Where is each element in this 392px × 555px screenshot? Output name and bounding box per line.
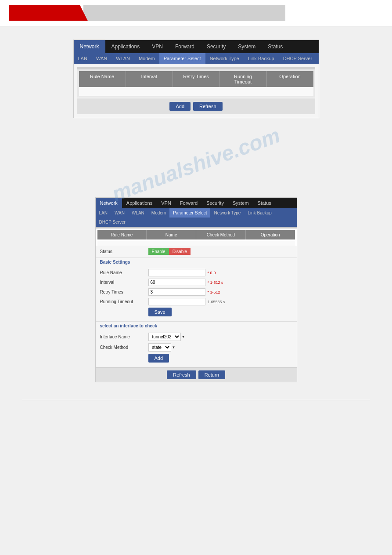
nav-vpn-2[interactable]: VPN — [157, 198, 176, 208]
logo-area — [9, 5, 285, 21]
nav-applications-1[interactable]: Applications — [105, 40, 146, 53]
nav-network-1[interactable]: Network — [74, 40, 105, 53]
sub-network-type-1[interactable]: Network Type — [205, 53, 244, 64]
nav-system-1[interactable]: System — [232, 40, 262, 53]
nav-forward-2[interactable]: Forward — [176, 198, 202, 208]
interface-dropdown-icon: ▼ — [182, 335, 185, 339]
panel-content-1: Rule Name Interval Retry Times Running T… — [74, 64, 319, 118]
nav-forward-1[interactable]: Forward — [169, 40, 201, 53]
interface-name-label: Interface Name — [100, 334, 148, 339]
rule-name-label: Rule Name — [100, 270, 148, 275]
logo-gray — [83, 5, 285, 21]
interface-name-row: Interface Name tunnel202 ▼ — [100, 333, 292, 341]
running-timeout-label: Running Timeout — [100, 299, 148, 304]
rule-name-row: Rule Name * 0-9 — [100, 269, 292, 276]
nav-system-2[interactable]: System — [228, 198, 253, 208]
running-timeout-hint: 1-65535 s — [208, 300, 225, 304]
status-row: Status Enable Disable — [96, 246, 297, 258]
sub-nav-1: LAN WAN WLAN Modem Parameter Select Netw… — [74, 53, 319, 64]
interval-input[interactable] — [148, 279, 205, 286]
watermark-text: manualshive.com — [109, 123, 283, 206]
nav-vpn-1[interactable]: VPN — [146, 40, 169, 53]
sub-wan-1[interactable]: WAN — [92, 53, 111, 64]
check-method-label: Check Method — [100, 345, 148, 350]
sub-wlan-2[interactable]: WLAN — [128, 208, 148, 218]
top-nav-1: Network Applications VPN Forward Securit… — [74, 40, 319, 53]
running-timeout-input[interactable] — [148, 298, 205, 305]
action-bar-1: Add Refresh — [77, 98, 315, 114]
th-rule-name-2: Rule Name — [97, 230, 147, 239]
router-panel-1: Network Applications VPN Forward Securit… — [73, 40, 319, 118]
logo-red — [9, 5, 88, 21]
check-method-row: Check Method state ▼ — [100, 343, 292, 352]
interval-row: Interval * 1-512 s — [100, 279, 292, 286]
retry-times-input[interactable] — [148, 288, 205, 296]
th-running-timeout-1: Running Timeout — [220, 71, 267, 87]
return-button-2[interactable]: Return — [198, 370, 225, 379]
watermark-area: manualshive.com — [22, 131, 370, 197]
sub-wan-2[interactable]: WAN — [111, 208, 128, 218]
retry-times-hint: * 1-512 — [208, 290, 220, 294]
table-header-2: Rule Name Name Check Method Operation — [97, 230, 295, 239]
nav-status-1[interactable]: Status — [262, 40, 289, 53]
router-panel-2: Network Applications VPN Forward Securit… — [95, 197, 297, 382]
th-running-line1: Running — [223, 74, 263, 79]
sub-dhcp-server-1[interactable]: DHCP Server — [279, 53, 316, 64]
th-interval-1: Interval — [126, 71, 173, 87]
bottom-bar-2: Refresh Return — [96, 367, 297, 382]
sub-lan-2[interactable]: LAN — [96, 208, 111, 218]
interface-form: Interface Name tunnel202 ▼ Check Method … — [96, 330, 297, 367]
rule-name-input[interactable] — [148, 269, 205, 276]
retry-times-label: Retry Times — [100, 290, 148, 294]
rule-name-hint: * 0-9 — [208, 271, 216, 275]
interface-add-row: Add — [100, 354, 292, 363]
sub-wlan-1[interactable]: WLAN — [111, 53, 134, 64]
table-body-1 — [79, 87, 313, 96]
sub-nav-2: LAN WAN WLAN Modem Parameter Select Netw… — [96, 208, 297, 227]
disable-button[interactable]: Disable — [169, 248, 191, 255]
save-button[interactable]: Save — [148, 308, 172, 316]
bottom-divider — [22, 400, 370, 400]
interval-hint: * 1-512 s — [208, 280, 223, 285]
interface-name-select[interactable]: tunnel202 — [148, 333, 181, 341]
nav-status-2[interactable]: Status — [253, 198, 276, 208]
interval-label: Interval — [100, 280, 148, 285]
basic-settings-title: Basic Settings — [96, 258, 297, 266]
status-label: Status — [100, 249, 148, 254]
add-button-1[interactable]: Add — [169, 102, 191, 111]
sub-modem-1[interactable]: Modem — [134, 53, 159, 64]
sep-bar-2 — [96, 227, 297, 229]
select-interface-title: select an interface to check — [96, 321, 297, 330]
th-name-2: Name — [147, 230, 196, 239]
nav-security-1[interactable]: Security — [201, 40, 232, 53]
refresh-button-2[interactable]: Refresh — [167, 370, 196, 379]
interface-add-button[interactable]: Add — [148, 354, 169, 363]
sub-parameter-select-2[interactable]: Parameter Select — [169, 208, 210, 218]
check-dropdown-icon: ▼ — [172, 345, 176, 349]
th-operation-2: Operation — [246, 230, 295, 239]
sub-dhcp-server-2[interactable]: DHCP Server — [96, 218, 129, 227]
save-row: Save — [100, 308, 292, 316]
refresh-button-1[interactable]: Refresh — [193, 102, 223, 111]
retry-times-row: Retry Times * 1-512 — [100, 288, 292, 296]
check-method-select[interactable]: state — [148, 343, 171, 352]
enable-button[interactable]: Enable — [148, 248, 169, 255]
table-header-1: Rule Name Interval Retry Times Running T… — [79, 71, 313, 87]
sub-parameter-select-1[interactable]: Parameter Select — [159, 53, 205, 64]
sub-link-backup-1[interactable]: Link Backup — [244, 53, 279, 64]
sub-modem-2[interactable]: Modem — [148, 208, 169, 218]
th-operation-1: Operation — [267, 71, 313, 87]
running-timeout-row: Running Timeout 1-65535 s — [100, 298, 292, 305]
sub-link-backup-2[interactable]: Link Backup — [244, 208, 275, 218]
header — [0, 0, 392, 26]
table-container-1: Rule Name Interval Retry Times Running T… — [77, 69, 315, 98]
th-retry-times-1: Retry Times — [173, 71, 220, 87]
sub-network-type-2[interactable]: Network Type — [210, 208, 244, 218]
nav-security-2[interactable]: Security — [202, 198, 228, 208]
sub-lan-1[interactable]: LAN — [74, 53, 92, 64]
panel-inner-1: Rule Name Interval Retry Times Running T… — [77, 67, 315, 114]
page-content: Network Applications VPN Forward Securit… — [0, 26, 392, 414]
th-check-method-2: Check Method — [196, 230, 246, 239]
th-running-line2: Timeout — [223, 79, 263, 84]
basic-settings-form: Rule Name * 0-9 Interval * 1-512 s Retry… — [96, 266, 297, 321]
